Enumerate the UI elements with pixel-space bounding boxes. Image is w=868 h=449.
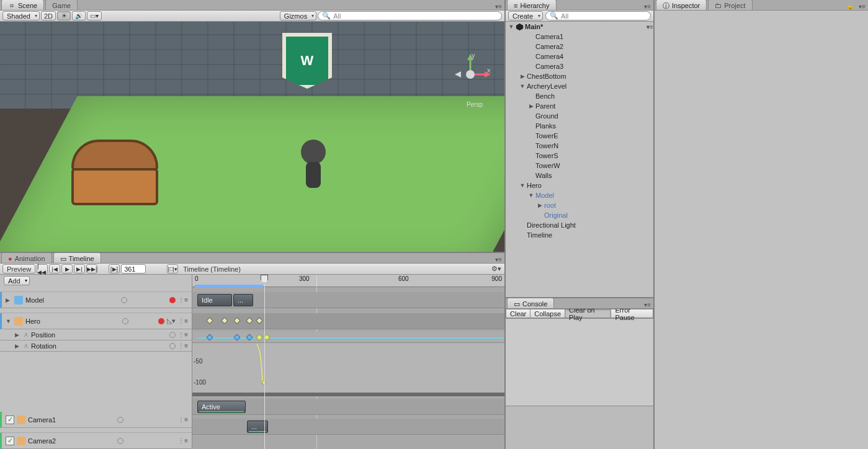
tab-game[interactable]: Game bbox=[45, 0, 78, 10]
fx-toggle-icon[interactable]: ▭▾ bbox=[87, 11, 102, 20]
expand-icon[interactable]: ▶ bbox=[6, 297, 12, 303]
keyable-icon[interactable] bbox=[121, 297, 127, 303]
scene-search-input[interactable]: 🔍 All bbox=[318, 11, 502, 20]
hierarchy-search-input[interactable]: 🔍 All bbox=[545, 11, 651, 20]
next-frame-button[interactable]: ▶| bbox=[74, 264, 85, 273]
clip-idle[interactable]: Idle bbox=[197, 294, 232, 306]
console-error-pause-button[interactable]: Error Pause bbox=[611, 309, 653, 318]
preview-button[interactable]: Preview bbox=[2, 264, 35, 273]
play-range-button[interactable]: [▶] bbox=[109, 264, 120, 273]
track-rotation[interactable]: ▶ ⋏ Rotation ⋮≡ bbox=[0, 340, 192, 352]
scene-menu-icon[interactable]: ▾≡ bbox=[647, 24, 653, 30]
scene-panel-menu-icon[interactable]: ▾≡ bbox=[495, 3, 502, 10]
console-clear-button[interactable]: Clear bbox=[506, 309, 530, 318]
hierarchy-panel-menu-icon[interactable]: ▾≡ bbox=[644, 3, 651, 10]
track-menu-icon[interactable]: ⋮≡ bbox=[178, 331, 188, 338]
hierarchy-item[interactable]: Camera2 bbox=[506, 42, 653, 51]
fold-icon[interactable]: ▼ bbox=[519, 182, 526, 189]
clip-active[interactable]: Active bbox=[197, 401, 246, 413]
persp-label[interactable]: Persp bbox=[467, 101, 483, 108]
track-camera1[interactable]: ✓ Camera1 ⋮≡ bbox=[0, 412, 192, 428]
expand-icon[interactable]: ▼ bbox=[6, 318, 12, 324]
mode-2d-toggle[interactable]: 2D bbox=[41, 11, 56, 20]
hierarchy-item[interactable]: Bench bbox=[506, 91, 653, 101]
fold-icon[interactable]: ▼ bbox=[508, 24, 514, 30]
track-enabled-checkbox[interactable]: ✓ bbox=[6, 437, 14, 445]
track-hero[interactable]: ▼ Hero ◺▾ ⋮≡ bbox=[0, 313, 192, 329]
hierarchy-item[interactable]: ▼Model bbox=[506, 190, 653, 200]
hierarchy-item[interactable]: TowerS bbox=[506, 151, 653, 161]
inspector-panel-menu-icon[interactable]: ▾≡ bbox=[859, 3, 866, 10]
marker-button[interactable]: |□|▾ bbox=[167, 264, 178, 273]
lane-model[interactable]: Idle ... bbox=[192, 292, 504, 308]
keyable-icon[interactable] bbox=[169, 332, 176, 338]
hierarchy-item[interactable]: Camera1 bbox=[506, 32, 653, 42]
hierarchy-item[interactable]: Timeline bbox=[506, 230, 653, 240]
hierarchy-item[interactable]: Camera3 bbox=[506, 61, 653, 71]
track-menu-icon[interactable]: ⋮≡ bbox=[178, 342, 188, 349]
tab-animation[interactable]: ● Animation bbox=[1, 252, 52, 263]
tab-hierarchy[interactable]: ≡ Hierarchy bbox=[507, 0, 557, 10]
hierarchy-item[interactable]: Planks bbox=[506, 121, 653, 131]
lock-icon[interactable]: 🔒 bbox=[846, 3, 854, 10]
lighting-toggle-icon[interactable]: ☀ bbox=[57, 11, 71, 20]
play-button[interactable]: ▶ bbox=[61, 264, 73, 273]
hierarchy-item[interactable]: ▶root bbox=[506, 200, 653, 210]
goto-start-button[interactable]: |◀◀ bbox=[37, 264, 48, 273]
tab-scene[interactable]: ⌗ Scene bbox=[1, 0, 44, 10]
keyable-icon[interactable] bbox=[122, 318, 128, 324]
track-model[interactable]: ▶ Model ⋮≡ bbox=[0, 292, 192, 308]
lane-position[interactable] bbox=[192, 332, 504, 343]
audio-toggle-icon[interactable]: 🔊 bbox=[72, 11, 86, 20]
track-position[interactable]: ▶ ⋏ Position ⋮≡ bbox=[0, 329, 192, 340]
expand-icon[interactable]: ▶ bbox=[15, 343, 21, 349]
keyable-icon[interactable] bbox=[117, 438, 123, 444]
lane-hero[interactable] bbox=[192, 313, 504, 329]
tab-project[interactable]: 🗀 Project bbox=[708, 0, 752, 10]
curves-icon[interactable]: ◺▾ bbox=[167, 317, 176, 325]
console-clear-on-play-button[interactable]: Clear on Play bbox=[565, 309, 611, 318]
console-collapse-button[interactable]: Collapse bbox=[530, 309, 565, 318]
hierarchy-tree[interactable]: ▼ Main* ▾≡ Camera1Camera2Camera4Camera3▶… bbox=[506, 22, 653, 297]
expand-icon[interactable]: ▶ bbox=[15, 332, 21, 338]
current-frame-field[interactable]: 361 bbox=[121, 264, 146, 273]
fold-icon[interactable]: ▶ bbox=[528, 103, 534, 109]
timeline-ruler[interactable]: 0 300 600 900 bbox=[192, 275, 504, 287]
playhead[interactable] bbox=[264, 275, 265, 449]
track-camera2[interactable]: ✓ Camera2 ⋮≡ bbox=[0, 433, 192, 449]
track-menu-icon[interactable]: ⋮≡ bbox=[178, 318, 188, 324]
fold-icon[interactable]: ▶ bbox=[537, 202, 543, 208]
tab-timeline[interactable]: ▭ Timeline bbox=[53, 252, 101, 263]
track-enabled-checkbox[interactable]: ✓ bbox=[6, 416, 14, 424]
hierarchy-item[interactable]: ▼ArcheryLevel bbox=[506, 81, 653, 91]
prev-frame-button[interactable]: |◀ bbox=[49, 264, 60, 273]
lane-camera2[interactable]: ... bbox=[192, 419, 504, 435]
hierarchy-item[interactable]: TowerE bbox=[506, 131, 653, 141]
add-track-button[interactable]: Add bbox=[4, 276, 30, 285]
scene-viewport[interactable]: W y x Persp bbox=[0, 22, 504, 252]
track-menu-icon[interactable]: ⋮≡ bbox=[178, 437, 188, 444]
console-detail-area[interactable] bbox=[506, 406, 653, 449]
fold-icon[interactable]: ▼ bbox=[519, 83, 526, 89]
tab-inspector[interactable]: ⓘ Inspector bbox=[656, 0, 707, 10]
hierarchy-item[interactable]: Directional Light bbox=[506, 220, 653, 230]
hierarchy-item[interactable]: ▼Hero bbox=[506, 180, 653, 190]
goto-end-button[interactable]: ▶▶| bbox=[86, 264, 97, 273]
timeline-area[interactable]: 0 300 600 900 Idle ... bbox=[192, 275, 504, 449]
scene-root[interactable]: ▼ Main* ▾≡ bbox=[506, 22, 653, 32]
hierarchy-item[interactable]: ▶Parent bbox=[506, 101, 653, 111]
record-icon[interactable] bbox=[169, 297, 176, 303]
record-icon[interactable] bbox=[158, 318, 164, 324]
lower-panel-menu-icon[interactable]: ▾≡ bbox=[495, 256, 502, 263]
hierarchy-item[interactable]: Camera4 bbox=[506, 51, 653, 61]
track-menu-icon[interactable]: ⋮≡ bbox=[178, 416, 188, 423]
work-area-range[interactable] bbox=[195, 285, 263, 287]
fold-icon[interactable]: ▼ bbox=[528, 192, 534, 198]
hierarchy-item[interactable]: TowerW bbox=[506, 161, 653, 171]
lane-camera1[interactable]: Active bbox=[192, 399, 504, 415]
hierarchy-item[interactable]: Original bbox=[506, 210, 653, 220]
hierarchy-item[interactable]: ▶ChestBottom bbox=[506, 71, 653, 81]
hierarchy-item[interactable]: Walls bbox=[506, 171, 653, 180]
hierarchy-item[interactable]: TowerN bbox=[506, 141, 653, 151]
create-dropdown[interactable]: Create bbox=[508, 11, 543, 20]
